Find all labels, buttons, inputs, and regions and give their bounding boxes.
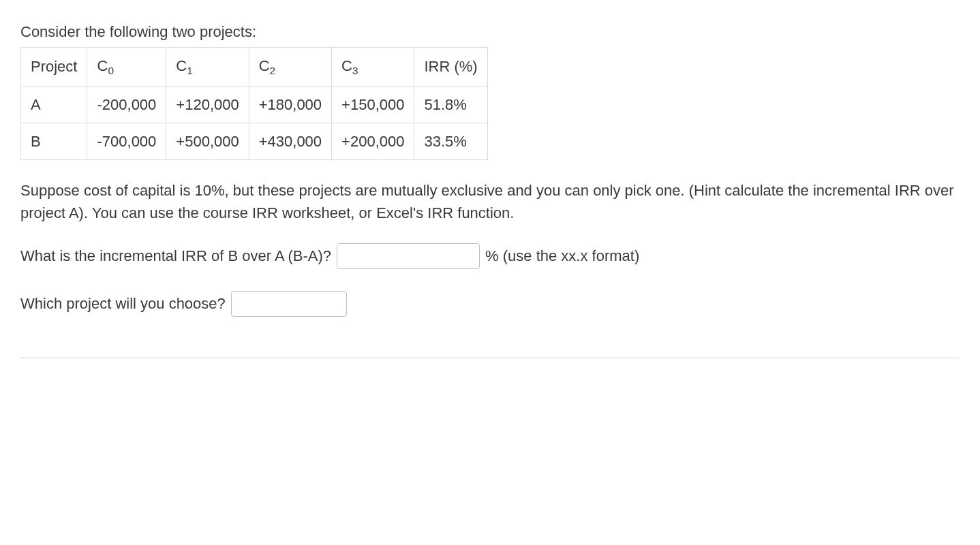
cell-c3: +200,000 [332, 123, 414, 159]
projects-table: Project C0 C1 C2 C3 IRR (%) A -200,000 +… [20, 47, 488, 160]
cell-c0: -700,000 [87, 123, 166, 159]
cell-c2: +430,000 [249, 123, 331, 159]
c1-sub: 1 [187, 65, 193, 76]
c3-base: C [341, 57, 352, 74]
col-c0: C0 [87, 48, 166, 87]
cell-c1: +120,000 [166, 86, 249, 123]
col-c2: C2 [249, 48, 331, 87]
table-row: B -700,000 +500,000 +430,000 +200,000 33… [21, 123, 488, 159]
c2-base: C [259, 57, 270, 74]
incremental-irr-input[interactable] [337, 243, 480, 269]
q1-prompt: What is the incremental IRR of B over A … [20, 245, 331, 267]
instruction-paragraph: Suppose cost of capital is 10%, but thes… [20, 179, 960, 224]
question-2: Which project will you choose? [20, 291, 960, 317]
cell-c1: +500,000 [166, 123, 249, 159]
question-1: What is the incremental IRR of B over A … [20, 243, 960, 269]
table-header-row: Project C0 C1 C2 C3 IRR (%) [21, 48, 488, 87]
c3-sub: 3 [352, 65, 358, 76]
cell-c0: -200,000 [87, 86, 166, 123]
cell-c2: +180,000 [249, 86, 331, 123]
cell-irr: 33.5% [414, 123, 487, 159]
table-row: A -200,000 +120,000 +180,000 +150,000 51… [21, 86, 488, 123]
q2-prompt: Which project will you choose? [20, 292, 226, 315]
col-c3: C3 [332, 48, 414, 87]
cell-c3: +150,000 [332, 86, 414, 123]
col-irr: IRR (%) [414, 48, 487, 87]
col-c1: C1 [166, 48, 249, 87]
cell-project: A [21, 86, 87, 123]
c0-sub: 0 [108, 65, 114, 76]
col-project: Project [21, 48, 87, 87]
c1-base: C [176, 57, 187, 74]
project-choice-input[interactable] [231, 291, 347, 317]
q1-suffix: % (use the xx.x format) [485, 245, 639, 267]
intro-text: Consider the following two projects: [20, 20, 960, 43]
divider [20, 358, 960, 358]
cell-project: B [21, 123, 87, 159]
c2-sub: 2 [270, 65, 276, 76]
c0-base: C [97, 57, 108, 74]
cell-irr: 51.8% [414, 86, 487, 123]
